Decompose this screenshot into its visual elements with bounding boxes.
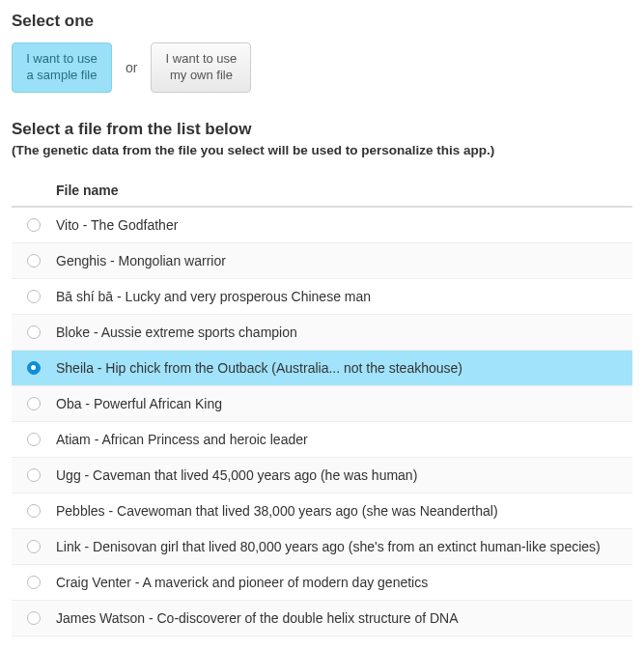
table-row[interactable]: Pebbles - Cavewoman that lived 38,000 ye…	[12, 494, 632, 529]
file-name-label: Genghis - Mongolian warrior	[56, 253, 625, 268]
radio-icon[interactable]	[27, 504, 41, 518]
select-file-subheading: (The genetic data from the file you sele…	[12, 143, 632, 157]
radio-icon[interactable]	[27, 576, 41, 589]
table-row[interactable]: James Watson - Co-discoverer of the doub…	[12, 601, 632, 636]
file-name-column-header: File name	[12, 175, 632, 208]
file-name-label: James Watson - Co-discoverer of the doub…	[56, 610, 625, 626]
own-file-button[interactable]: I want to use my own file	[151, 42, 251, 93]
radio-icon[interactable]	[27, 540, 41, 553]
radio-icon[interactable]	[27, 290, 41, 303]
file-name-label: Pebbles - Cavewoman that lived 38,000 ye…	[56, 503, 625, 519]
file-name-label: Craig Venter - A maverick and pioneer of…	[56, 575, 625, 590]
radio-icon[interactable]	[27, 397, 41, 410]
radio-icon[interactable]	[27, 254, 41, 268]
radio-icon[interactable]	[27, 468, 41, 482]
file-name-label: Sheila - Hip chick from the Outback (Aus…	[56, 360, 625, 376]
select-file-heading: Select a file from the list below	[12, 120, 632, 139]
table-row[interactable]: Ugg - Caveman that lived 45,000 years ag…	[12, 458, 632, 494]
file-name-label: Oba - Powerful African King	[56, 396, 625, 411]
table-row[interactable]: Bā shí bā - Lucky and very prosperous Ch…	[12, 279, 632, 315]
radio-icon[interactable]	[27, 611, 41, 625]
file-name-label: Vito - The Godfather	[56, 217, 625, 233]
table-row[interactable]: Atiam - African Princess and heroic lead…	[12, 422, 632, 458]
file-name-label: Ugg - Caveman that lived 45,000 years ag…	[56, 467, 625, 483]
table-row[interactable]: Link - Denisovan girl that lived 80,000 …	[12, 529, 632, 565]
table-row[interactable]: Craig Venter - A maverick and pioneer of…	[12, 565, 632, 601]
file-name-label: Atiam - African Princess and heroic lead…	[56, 432, 625, 447]
table-row[interactable]: Vito - The Godfather	[12, 208, 632, 243]
file-list: Vito - The GodfatherGenghis - Mongolian …	[12, 208, 632, 636]
sample-file-button[interactable]: I want to use a sample file	[12, 42, 112, 93]
radio-icon[interactable]	[27, 218, 41, 232]
file-source-choice-row: I want to use a sample file or I want to…	[12, 42, 632, 93]
radio-icon[interactable]	[27, 361, 41, 375]
file-name-label: Bloke - Aussie extreme sports champion	[56, 324, 625, 340]
table-row[interactable]: Oba - Powerful African King	[12, 386, 632, 422]
radio-icon[interactable]	[27, 325, 41, 339]
or-label: or	[126, 60, 137, 75]
table-row[interactable]: Genghis - Mongolian warrior	[12, 243, 632, 279]
table-row[interactable]: Bloke - Aussie extreme sports champion	[12, 315, 632, 351]
radio-icon[interactable]	[27, 433, 41, 446]
select-one-heading: Select one	[12, 12, 632, 31]
file-name-label: Link - Denisovan girl that lived 80,000 …	[56, 539, 625, 554]
table-row[interactable]: Sheila - Hip chick from the Outback (Aus…	[12, 351, 632, 386]
file-name-label: Bā shí bā - Lucky and very prosperous Ch…	[56, 289, 625, 304]
